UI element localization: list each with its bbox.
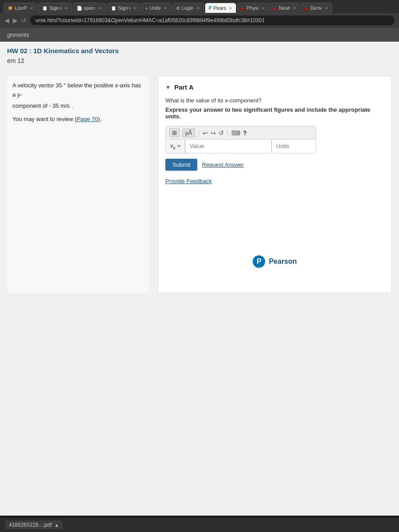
tab-icon-sign2: 📋 [111,6,116,11]
provide-feedback-link[interactable]: Provide Feedback [165,178,384,184]
tab-close-phys[interactable]: ✕ [261,6,265,11]
format-matrix-button[interactable]: ⊞ [169,128,180,137]
answer-toolbar: ⊞ μÅ ↩ ↪ ↺ ⌨ ? [166,126,316,140]
format-symbol-button[interactable]: μÅ [182,129,195,137]
tab-label-sign1: Sign i [49,5,62,11]
problem-line1: A velocity vector 35 ° below the positiv… [12,81,144,100]
address-input[interactable] [30,16,395,25]
tab-close-sign2[interactable]: ✕ [133,6,137,11]
tab-label-login: Login [182,5,194,11]
part-header: ▼ Part A [165,83,384,91]
tab-close-login[interactable]: ✕ [196,6,200,11]
tab-close-deriv[interactable]: ✕ [325,6,328,11]
tab-close-open[interactable]: ✕ [98,6,102,11]
units-input[interactable] [271,140,316,152]
reset-icon[interactable]: ↺ [219,129,224,137]
tab-icon-login: ⚙ [176,6,180,11]
tab-deriv[interactable]: ▶ Deriv ✕ [301,3,332,13]
tab-navigation: gnments [0,28,399,42]
tab-icon-phys: ▶ [241,6,245,11]
request-answer-link[interactable]: Request Answer [202,161,244,168]
tab-label-newt: Newt [279,5,290,11]
help-icon[interactable]: ? [243,129,247,137]
problem-number: em 12 [0,56,399,69]
tab-close-pears[interactable]: ✕ [229,6,232,11]
tab-label-lionp: LionP [15,5,27,11]
tab-sign2[interactable]: 📋 Sign i ✕ [107,3,141,13]
review-text: You may want to review (Page 70). [12,115,144,124]
answer-variable-label: vx = [166,140,185,153]
keyboard-icon[interactable]: ⌨ [231,129,240,137]
tab-icon-newt: ▶ [274,6,277,11]
part-label: Part A [174,83,194,91]
tab-lionp[interactable]: 🦁 LionP ✕ [4,3,37,13]
hw-title: HW 02 : 1D Kinematics and Vectors [0,42,399,56]
address-bar: ◀ ▶ ↺ [0,13,399,28]
chevron-up-icon[interactable]: ▲ [55,523,59,528]
tab-icon-sign1: 📋 [42,6,47,11]
browser-chrome: 🦁 LionP ✕ 📋 Sign i ✕ 📄 open: ✕ 📋 Sign i … [0,0,399,28]
refresh-icon[interactable]: ↺ [21,17,27,24]
instruction-text: Express your answer to two significant f… [165,106,384,120]
pdf-filename: 4186265229....pdf [9,522,52,528]
answer-panel: ▼ Part A What is the value of its x-comp… [158,76,392,293]
page-content: gnments HW 02 : 1D Kinematics and Vector… [0,28,399,516]
tab-sign1[interactable]: 📋 Sign i ✕ [38,3,72,13]
tab-label-open: open: [84,5,96,11]
problem-panel: A velocity vector 35 ° below the positiv… [7,76,149,293]
collapse-icon[interactable]: ▼ [165,84,171,90]
tab-newt[interactable]: ▶ Newt ✕ [270,3,300,13]
pearson-footer: P Pearson [165,238,384,286]
separator2 [227,129,228,137]
undo-icon[interactable]: ↩ [203,129,208,137]
tab-close-lionp[interactable]: ✕ [30,6,33,11]
tab-close-sign1[interactable]: ✕ [64,6,68,11]
tabs-bar: 🦁 LionP ✕ 📋 Sign i ✕ 📄 open: ✕ 📋 Sign i … [0,3,399,13]
tab-pears[interactable]: P Pears ✕ [205,3,236,13]
answer-toolbar-wrapper: ⊞ μÅ ↩ ↪ ↺ ⌨ ? vx = [165,126,316,153]
problem-line2: component of - 35 m/s . [12,102,144,111]
tab-open[interactable]: 📄 open: ✕ [73,3,106,13]
tab-login[interactable]: ⚙ Login ✕ [172,3,204,13]
bottom-bar: 4186265229....pdf ▲ [0,518,399,532]
question-text: What is the value of its x-component? [165,97,384,104]
review-link[interactable]: Page 70 [77,116,98,122]
tab-close-units[interactable]: ✕ [164,6,167,11]
tab-icon-units: ● [145,6,148,11]
back-icon[interactable]: ◀ [4,17,9,24]
tab-label-sign2: Sign i [118,5,130,11]
tab-icon-lionp: 🦁 [8,6,13,11]
problem-statement: A velocity vector 35 ° below the positiv… [12,81,144,124]
tab-label-units: Units [150,5,161,11]
redo-icon[interactable]: ↪ [211,129,216,137]
tab-icon-open: 📄 [77,6,82,11]
tab-units[interactable]: ● Units ✕ [141,3,171,13]
tab-label-pears: Pears [213,5,226,11]
pearson-label: Pearson [269,258,297,266]
breadcrumb-label: gnments [7,31,29,38]
action-row: Submit Request Answer [165,159,384,171]
main-layout: A velocity vector 35 ° below the positiv… [0,69,399,300]
tab-icon-deriv: ▶ [305,6,309,11]
separator1 [199,129,199,137]
pearson-logo: P [253,255,265,268]
pdf-download-label[interactable]: 4186265229....pdf ▲ [5,520,63,529]
value-input[interactable] [185,140,271,152]
tab-icon-pears: P [209,6,212,11]
submit-button[interactable]: Submit [165,159,197,171]
tab-label-deriv: Deriv [310,5,322,11]
tab-label-phys: Physi [246,5,258,11]
tab-phys[interactable]: ▶ Physi ✕ [237,3,269,13]
answer-input-row: vx = [166,140,316,153]
tab-close-newt[interactable]: ✕ [293,6,296,11]
forward-icon[interactable]: ▶ [13,17,18,24]
